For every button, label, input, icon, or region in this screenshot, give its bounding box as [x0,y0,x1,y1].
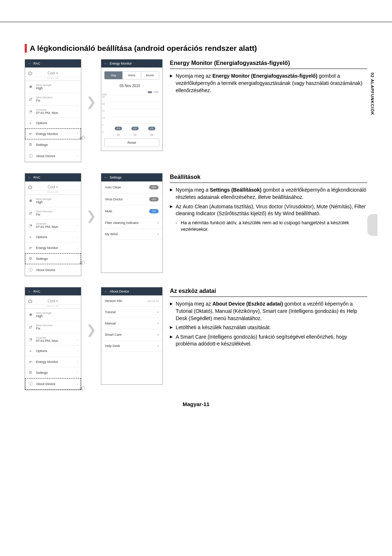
wind-direction-label: Wind Direction [36,210,78,213]
wind-strength-row[interactable]: ✱Wind strengthHigh [25,195,81,207]
chevron-right-icon: › [77,360,78,364]
settings-bullet-1: Nyomja meg a Settings (Beállítások) gomb… [170,187,367,201]
smartcare-row[interactable]: Smart Care› [101,329,162,340]
arrow-right-icon: ❯ [86,209,96,222]
rac-phone-energy: ← RAC ⏻ Cool ▼ Home ZZ ✱ Wind strengthHi… [25,59,81,162]
about-header[interactable]: ←About Device [101,287,162,295]
em-date[interactable]: 05 Nov 2015 › [101,82,162,91]
tutorial-row[interactable]: Tutorial› [101,307,162,318]
options-row[interactable]: +Options› [25,346,81,356]
version-label: Version Info [105,299,122,303]
chevron-right-icon: › [77,371,78,375]
chevron-down-icon[interactable]: ▼ [56,186,58,188]
settings-row[interactable]: ⚙Settings› [25,367,81,378]
manual-row[interactable]: Manual› [101,318,162,329]
back-icon[interactable]: ← [28,176,31,179]
smartcare-label: Smart Care [105,333,122,336]
wind-strength-label: Wind strength [36,198,78,200]
wind-direction-row[interactable]: ⇄ Wind DirectionFix [25,93,81,106]
energy-monitor-detail: ← Energy Monitor Day Week Month 05 Nov 2… [101,59,163,151]
plus-icon: + [28,349,33,353]
auto-clean-row[interactable]: Auto CleanOFF [101,181,162,193]
rac-header[interactable]: ← RAC [25,60,81,68]
rac-mode-row[interactable]: ⏻ Cool ▼ [25,181,81,191]
schedule-row[interactable]: ◔Schedule07:41 PM, Mon› [25,334,81,346]
about-detail: ←About Device Version InfoAR.0.0.10 Tuto… [101,287,163,385]
plus-icon: + [28,121,33,125]
tab-week[interactable]: Week [122,71,140,79]
energy-monitor-row[interactable]: ᓂEnergy Monitor› [25,242,81,253]
rac-phone-about: ←RAC ⏻Cool▼ Home ZZ ✱Wind strengthHigh ⇄… [25,287,81,390]
direction-icon: ⇄ [28,97,33,102]
schedule-value: 07:41 PM, Mon [36,339,74,343]
filter-row[interactable]: Filter cleaning Indicator› [101,217,162,229]
chevron-down-icon[interactable]: ▼ [56,300,58,302]
back-icon[interactable]: ← [28,290,31,293]
back-icon[interactable]: ← [104,62,107,65]
info-icon: ⓘ [28,381,33,387]
wind-direction-row[interactable]: ⇄Wind DirectionFix [25,207,81,220]
mute-row[interactable]: MuteON [101,205,162,217]
schedule-row[interactable]: ◔ Schedule07:41 PM, Mon › [25,106,81,118]
helpdesk-row[interactable]: Help Desk› [101,340,162,352]
about-device-row[interactable]: ⓘAbout Device [25,264,81,276]
virus-doctor-row[interactable]: Virus DoctorOFF [101,193,162,205]
options-row[interactable]: +Options› [25,232,81,242]
wind-strength-value: High [36,314,78,318]
version-row[interactable]: Version InfoAR.0.0.10 [101,295,162,307]
em-chart: kWh 35 28 21 14 7 0 0.0 0.0 0 [101,93,162,137]
xtick: 05 [150,134,153,136]
tab-month[interactable]: Month [141,71,159,79]
rac-mode-row[interactable]: ⏻Cool▼ [25,295,81,305]
toggle-mute[interactable]: ON [149,209,159,213]
energy-monitor-label: Energy Monitor [36,132,74,136]
schedule-label: Schedule [36,336,74,339]
rac-header[interactable]: ← RAC [25,173,81,181]
wind-direction-value: Fix [36,327,78,330]
gear-icon: ⚙ [28,370,33,375]
wind-direction-row[interactable]: ⇄Wind DirectionFix [25,321,81,334]
back-icon[interactable]: ← [104,290,107,293]
page-thumb-tab [367,214,377,236]
rac-title: RAC [33,176,40,179]
settings-row[interactable]: ⚙Settings›☜ [25,253,81,264]
about-device-row[interactable]: ⓘAbout Device›☜ [25,378,81,390]
toggle-auto-clean[interactable]: OFF [149,185,159,189]
plus-icon: + [28,235,33,239]
settings-row[interactable]: ⚙ Settings [25,139,81,150]
settings-header[interactable]: ←Settings [101,173,162,181]
chevron-right-icon: › [158,310,159,314]
wind-strength-row[interactable]: ✱ Wind strengthHigh [25,81,81,93]
chevron-right-icon: › [158,232,159,236]
settings-label: Settings [36,257,74,261]
back-icon[interactable]: ← [104,176,107,179]
em-header[interactable]: ← Energy Monitor [101,60,162,68]
ytick: 21 [102,110,105,112]
wind-strength-row[interactable]: ✱Wind strengthHigh [25,309,81,321]
rac-phone-settings: ← RAC ⏻ Cool ▼ Home ZZ ✱Wind strengthHig… [25,173,81,276]
tab-day[interactable]: Day [105,71,122,79]
about-device-label: About Device [36,268,78,272]
mode-label: Cool [48,185,55,189]
power-icon[interactable]: ⏻ [28,299,32,304]
mywind-row[interactable]: My Wind› [101,229,162,240]
fan-icon: ✱ [28,312,33,317]
back-icon[interactable]: ← [28,62,31,65]
about-device-row[interactable]: ⓘ About Device › [25,150,81,162]
options-label: Options [36,235,74,239]
energy-monitor-row[interactable]: ᓂ Energy Monitor › ☜ [25,128,81,139]
chevron-right-icon: › [77,349,78,353]
rac-mode-row[interactable]: ⏻ Cool ▼ [25,68,81,77]
options-row[interactable]: + Options › [25,118,81,128]
settings-bullet-2: Az Auto Clean (Automata tisztítás), Viru… [170,203,367,233]
rac-header[interactable]: ←RAC [25,287,81,295]
reset-button[interactable]: Reset [104,138,159,147]
energy-monitor-row[interactable]: ᓂEnergy Monitor› [25,356,81,367]
power-icon[interactable]: ⏻ [28,71,32,76]
chevron-down-icon[interactable]: ▼ [56,72,58,74]
chevron-right-icon: › [158,333,159,336]
chevron-right-icon: › [77,235,78,239]
toggle-virus-doctor[interactable]: OFF [149,197,159,201]
power-icon[interactable]: ⏻ [28,185,32,190]
schedule-row[interactable]: ◔Schedule07:41 PM, Mon› [25,220,81,232]
